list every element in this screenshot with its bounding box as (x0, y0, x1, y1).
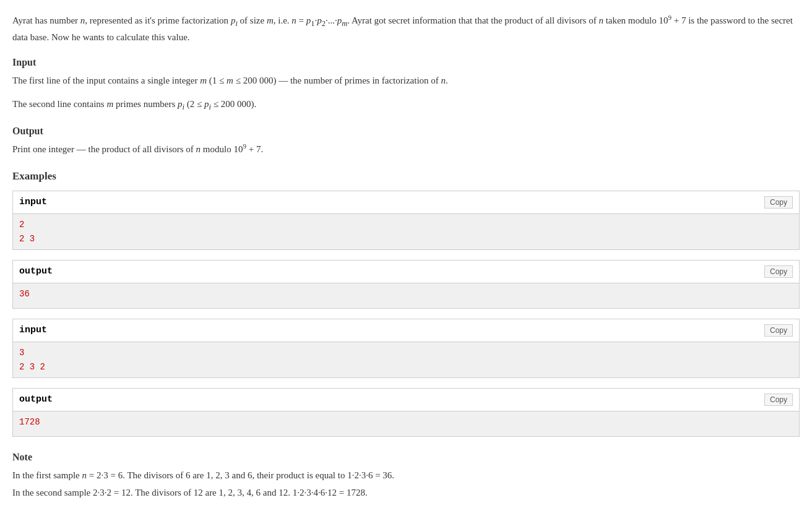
example1-input-content: 2 2 3 (13, 214, 799, 249)
examples-title: Examples (12, 168, 800, 184)
example2-output-copy-button[interactable]: Copy (764, 394, 793, 406)
example2-input-header: input Copy (13, 319, 799, 342)
output-title: Output (12, 123, 800, 139)
example2-output-value: 1728 (19, 415, 793, 429)
note-title: Note (12, 449, 800, 465)
example2-input-block: input Copy 3 2 3 2 (12, 319, 800, 378)
example2-input-copy-button[interactable]: Copy (764, 324, 793, 337)
example1-output-header: output Copy (13, 260, 799, 283)
example1-input-block: input Copy 2 2 3 (12, 191, 800, 250)
example1-output-block: output Copy 36 (12, 260, 800, 309)
example1-output-value: 36 (19, 287, 793, 301)
example2-input-label: input (19, 323, 47, 338)
example1-output-copy-button[interactable]: Copy (764, 265, 793, 278)
example2-output-header: output Copy (13, 389, 799, 411)
note-line1: In the first sample n = 2·3 = 6. The div… (12, 468, 800, 483)
example1-input-label: input (19, 195, 47, 210)
example1-input-line2: 2 3 (19, 232, 793, 246)
input-section: Input The first line of the input contai… (12, 54, 800, 113)
example2-output-content: 1728 (13, 411, 799, 436)
example1-output-content: 36 (13, 283, 799, 308)
input-title: Input (12, 54, 800, 71)
problem-description: Ayrat has number n, represented as it's … (12, 12, 800, 45)
example2-output-block: output Copy 1728 (12, 388, 800, 437)
example1-output-label: output (19, 264, 53, 279)
note-section: Note In the first sample n = 2·3 = 6. Th… (12, 449, 800, 500)
example2-input-content: 3 2 3 2 (13, 342, 799, 377)
example1-input-header: input Copy (13, 191, 799, 214)
output-text: Print one integer — the product of all d… (12, 141, 800, 157)
example2-output-label: output (19, 392, 53, 407)
output-section: Output Print one integer — the product o… (12, 123, 800, 157)
example2-input-line1: 3 (19, 346, 793, 360)
example2-input-line2: 2 3 2 (19, 360, 793, 374)
input-line2: The second line contains m primes number… (12, 97, 800, 113)
example1-input-copy-button[interactable]: Copy (764, 196, 793, 209)
note-line2: In the second sample 2·3·2 = 12. The div… (12, 485, 800, 500)
example1-input-line1: 2 (19, 218, 793, 231)
input-line1: The first line of the input contains a s… (12, 73, 800, 88)
